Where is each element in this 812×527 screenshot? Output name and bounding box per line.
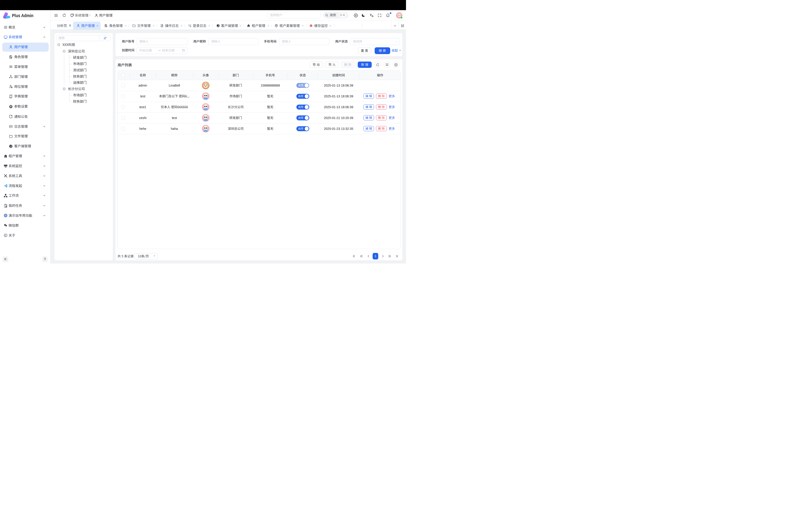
svg-text:DEV: DEV	[10, 126, 12, 127]
